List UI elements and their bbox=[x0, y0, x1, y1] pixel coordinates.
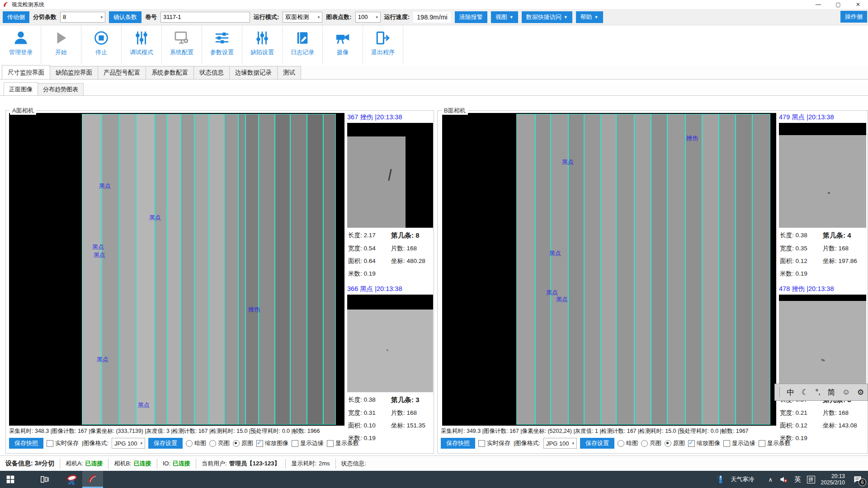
drive-side-button[interactable]: 传动侧 bbox=[3, 11, 29, 23]
ime-mode-indicator[interactable]: 拼 bbox=[807, 476, 815, 483]
defect-card[interactable]: 479 黑点 |20:13:38长度: 0.38第几条: 4宽度: 0.35片数… bbox=[779, 113, 866, 228]
zoom-image-checkbox[interactable]: 缩放图像 bbox=[688, 439, 720, 447]
ime-mode-chinese[interactable]: 中 bbox=[787, 387, 794, 398]
ime-grip-handle[interactable] bbox=[779, 387, 780, 398]
save-settings-button[interactable]: 保存设置 bbox=[580, 438, 614, 449]
display-time: 显示耗时:2ms bbox=[286, 459, 335, 469]
radio-icon bbox=[665, 440, 671, 447]
save-settings-button[interactable]: 保存设置 bbox=[148, 438, 183, 449]
sub-tab-0[interactable]: 正面图像 bbox=[4, 82, 38, 95]
cut-strip-region bbox=[535, 114, 551, 425]
bright-image-radio[interactable]: 亮图 bbox=[209, 439, 230, 447]
current-user-value: 管理员【123-123】 bbox=[229, 460, 280, 468]
main-tab-3[interactable]: 系统参数配置 bbox=[146, 66, 194, 79]
hidden-icons-chevron[interactable]: ∧ bbox=[769, 476, 773, 483]
show-edge-checkbox[interactable]: 显示边缘 bbox=[723, 439, 755, 447]
camera-a-defect-list: 367 挫伤 |20:13:38长度: 2.17第几条: 8宽度: 0.54片数… bbox=[347, 113, 433, 451]
toolbar-item-defect-sliders[interactable]: 缺陷设置 bbox=[242, 25, 283, 64]
zoom-image-checkbox[interactable]: 缩放图像 bbox=[256, 439, 288, 447]
realtime-save-checkbox[interactable]: 实时保存 bbox=[478, 439, 510, 447]
camera-b-panel-title: B面相机 bbox=[442, 107, 468, 115]
original-image-radio[interactable]: 原图 bbox=[665, 439, 685, 447]
thermometer-icon[interactable] bbox=[716, 474, 725, 485]
vision-app-taskbar-button[interactable] bbox=[82, 471, 103, 488]
defect-marker-label: 黑点 bbox=[562, 158, 574, 166]
chart-points-select[interactable]: 100▾ bbox=[355, 12, 381, 23]
clock[interactable]: 20:13 2025/2/10 bbox=[821, 473, 845, 486]
cut-strip-region bbox=[208, 114, 224, 425]
dark-image-radio[interactable]: 暗图 bbox=[186, 439, 206, 447]
defect-id: 367 bbox=[347, 113, 358, 121]
ime-simplified-icon[interactable]: 简 bbox=[828, 387, 835, 398]
clear-alarm-button[interactable]: 清除报警 bbox=[455, 11, 487, 23]
toolbar-item-log-book[interactable]: 日志记录 bbox=[283, 25, 323, 64]
minimize-button[interactable]: — bbox=[808, 0, 828, 9]
log-book-icon bbox=[295, 29, 310, 47]
maximize-button[interactable]: ▢ bbox=[828, 0, 848, 9]
snipping-tool-taskbar-button[interactable] bbox=[61, 471, 82, 488]
notification-center-button[interactable]: 6 bbox=[851, 474, 864, 485]
menu-arrow-icon: ▼ bbox=[509, 15, 514, 19]
camera-a-image[interactable]: 黑点黑点黑点黑点挫伤黑点黑点 bbox=[9, 113, 344, 426]
run-mode-select[interactable]: 双面检测▾ bbox=[283, 12, 322, 23]
roll-number-input[interactable] bbox=[160, 12, 250, 23]
ime-settings-gear-icon[interactable]: ⚙ bbox=[857, 388, 864, 397]
bright-image-radio[interactable]: 亮图 bbox=[641, 439, 661, 447]
toolbar-item-debug-sliders[interactable]: 调试模式 bbox=[122, 25, 162, 64]
save-snapshot-button[interactable]: 保存快照 bbox=[441, 438, 475, 449]
menu-arrow-icon: ▼ bbox=[594, 15, 599, 19]
start-button[interactable] bbox=[0, 471, 21, 488]
cut-strip-region bbox=[702, 114, 719, 425]
toolbar-item-system-config[interactable]: 系统配置 bbox=[162, 25, 202, 64]
toolbar-item-user[interactable]: 管理登录 bbox=[1, 25, 41, 64]
show-edge-checkbox[interactable]: 显示边缘 bbox=[292, 439, 324, 447]
weather-text[interactable]: 天气寒冷 bbox=[731, 475, 755, 483]
main-tab-2[interactable]: 产品型号配置 bbox=[98, 66, 146, 79]
realtime-save-checkbox[interactable]: 实时保存 bbox=[47, 439, 79, 447]
main-tab-0[interactable]: 尺寸监控界面 bbox=[2, 65, 50, 79]
language-indicator[interactable]: 英 bbox=[794, 475, 801, 484]
param-sliders-icon bbox=[214, 29, 230, 47]
defect-id: 478 bbox=[779, 285, 790, 292]
toolbar-item-label: 管理登录 bbox=[9, 48, 33, 56]
sub-tab-1[interactable]: 分布趋势图表 bbox=[38, 83, 84, 95]
defect-marker-label: 黑点 bbox=[549, 249, 561, 258]
io-status: IO:已连接 bbox=[157, 459, 196, 469]
main-tab-1[interactable]: 缺陷监控界面 bbox=[50, 66, 98, 79]
help-menu-button[interactable]: 帮助▼ bbox=[576, 11, 603, 23]
ime-punctuation-icon[interactable]: °, bbox=[816, 388, 821, 397]
run-mode-label: 运行模式: bbox=[254, 13, 279, 21]
slit-count-select[interactable]: 8▾ bbox=[60, 12, 105, 23]
cut-strip-region bbox=[667, 114, 685, 425]
ime-softkeyboard-icon[interactable]: ☺ bbox=[842, 388, 850, 397]
save-snapshot-button[interactable]: 保存快照 bbox=[9, 438, 43, 449]
image-format-select[interactable]: JPG 100▾ bbox=[112, 438, 145, 449]
dropdown-arrow-icon: ▾ bbox=[373, 15, 378, 19]
view-menu-button[interactable]: 视图▼ bbox=[491, 11, 518, 23]
main-tab-4[interactable]: 状态信息 bbox=[193, 66, 230, 79]
main-tab-5[interactable]: 边缘数据记录 bbox=[229, 66, 278, 79]
app-logo-icon bbox=[3, 1, 9, 8]
defect-card[interactable]: 366 黑点 |20:13:38长度: 0.38第几条: 3宽度: 0.31片数… bbox=[347, 285, 433, 392]
toolbar-item-play[interactable]: 开始 bbox=[41, 25, 81, 64]
original-image-radio[interactable]: 原图 bbox=[233, 439, 253, 447]
defect-card[interactable]: 367 挫伤 |20:13:38长度: 2.17第几条: 8宽度: 0.54片数… bbox=[347, 113, 433, 228]
toolbar-item-param-sliders[interactable]: 参数设置 bbox=[202, 25, 242, 64]
camera-b-image[interactable]: 挫伤黑点黑点黑点黑点 bbox=[442, 113, 776, 426]
data-quick-access-menu-button[interactable]: 数据快捷访问▼ bbox=[522, 11, 572, 23]
main-tab-6[interactable]: 测试 bbox=[277, 66, 301, 79]
ime-fullwidth-icon[interactable]: ☾ bbox=[802, 388, 808, 397]
toolbar-item-camera[interactable]: 摄像 bbox=[323, 25, 363, 64]
defect-marker-label: 黑点 bbox=[92, 243, 104, 251]
speaker-muted-icon[interactable] bbox=[778, 475, 788, 484]
close-button[interactable]: ✕ bbox=[848, 0, 868, 9]
dark-image-radio[interactable]: 暗图 bbox=[618, 439, 638, 447]
top-toolbar: 传动侧 分切条数 8▾ 确认条数 卷号 运行模式: 双面检测▾ 图表点数: 10… bbox=[0, 9, 868, 25]
confirm-count-button[interactable]: 确认条数 bbox=[109, 11, 142, 23]
image-format-select[interactable]: JPG 100▾ bbox=[543, 438, 577, 449]
task-view-button[interactable] bbox=[34, 471, 55, 488]
toolbar-item-exit[interactable]: 退出程序 bbox=[363, 25, 403, 64]
toolbar-item-stop[interactable]: 停止 bbox=[81, 25, 122, 64]
operator-side-button[interactable]: 操作侧 bbox=[840, 11, 867, 23]
defect-card[interactable]: 478 挫伤 |20:13:38长度: 0.57第几条: 3宽度: 0.21片数… bbox=[779, 285, 866, 392]
